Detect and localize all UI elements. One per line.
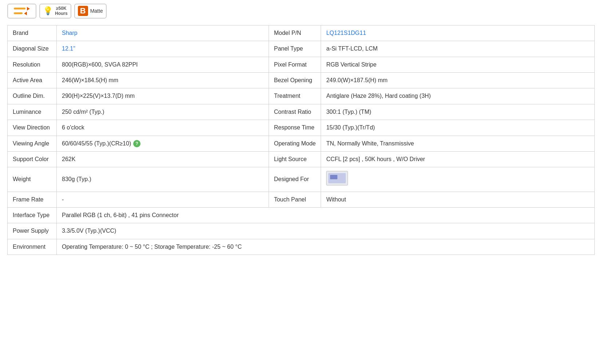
- spec-value[interactable]: Sharp: [57, 25, 269, 41]
- spec-label: View Direction: [8, 120, 57, 136]
- spec-link[interactable]: LQ121S1DG11: [326, 30, 366, 36]
- badge-matte: B Matte: [74, 4, 107, 19]
- spec-value[interactable]: 12.1": [57, 41, 269, 57]
- spec-label: Operating Mode: [269, 136, 321, 151]
- spec-table: BrandSharpModel P/NLQ121S1DG11Diagonal S…: [7, 25, 595, 255]
- spec-link[interactable]: 12.1": [62, 45, 75, 52]
- arrow-right-icon: [27, 7, 30, 11]
- hours-label: ≥50K Hours: [55, 6, 68, 16]
- spec-label: Contrast Ratio: [269, 104, 321, 120]
- spec-value: 6 o'clock: [57, 120, 269, 136]
- spec-label: Resolution: [8, 57, 57, 72]
- spec-value: 246(W)×184.5(H) mm: [57, 72, 269, 88]
- spec-value: 300:1 (Typ.) (TM): [321, 104, 595, 120]
- b-letter-icon: B: [78, 6, 88, 16]
- spec-link[interactable]: Sharp: [62, 30, 78, 36]
- help-icon[interactable]: ?: [133, 140, 140, 147]
- spec-value: 800(RGB)×600, SVGA 82PPI: [57, 57, 269, 72]
- spec-value: Operating Temperature: 0 ~ 50 °C ; Stora…: [57, 239, 595, 255]
- spec-label: Frame Rate: [8, 192, 57, 207]
- spec-value: Without: [321, 192, 595, 207]
- spec-value: CCFL [2 pcs] , 50K hours , W/O Driver: [321, 151, 595, 167]
- spec-value[interactable]: LQ121S1DG11: [321, 25, 595, 41]
- spec-value: 3.3/5.0V (Typ.)(VCC): [57, 223, 595, 239]
- spec-label: Environment: [8, 239, 57, 255]
- spec-label: Response Time: [269, 120, 321, 136]
- spec-label: Weight: [8, 167, 57, 192]
- badge-bar: 💡 ≥50K Hours B Matte: [7, 4, 595, 19]
- spec-label: Power Supply: [8, 223, 57, 239]
- line-bottom: [14, 12, 23, 14]
- spec-label: Support Color: [8, 151, 57, 167]
- spec-label: Pixel Format: [269, 57, 321, 72]
- spec-label: Luminance: [8, 104, 57, 120]
- badge-lines-arrows: [7, 4, 36, 19]
- spec-label: Designed For: [269, 167, 321, 192]
- spec-value: 262K: [57, 151, 269, 167]
- spec-label: Bezel Opening: [269, 72, 321, 88]
- bulb-icon: 💡: [43, 6, 53, 16]
- spec-value: RGB Vertical Stripe: [321, 57, 595, 72]
- spec-label: Active Area: [8, 72, 57, 88]
- spec-label: Brand: [8, 25, 57, 41]
- spec-value: TN, Normally White, Transmissive: [321, 136, 595, 151]
- spec-value: 249.0(W)×187.5(H) mm: [321, 72, 595, 88]
- spec-label: Outline Dim.: [8, 88, 57, 104]
- badge-bulb-hours: 💡 ≥50K Hours: [39, 4, 71, 19]
- designed-for-image: [326, 171, 348, 185]
- spec-value: 830g (Typ.): [57, 167, 269, 192]
- spec-label: Model P/N: [269, 25, 321, 41]
- spec-value: [321, 167, 595, 192]
- spec-label: Panel Type: [269, 41, 321, 57]
- spec-label: Viewing Angle: [8, 136, 57, 151]
- spec-value: 250 cd/m² (Typ.): [57, 104, 269, 120]
- spec-label: Interface Type: [8, 208, 57, 223]
- spec-value: 15/30 (Typ.)(Tr/Td): [321, 120, 595, 136]
- badge-lines-icon: [14, 7, 30, 15]
- spec-value: Parallel RGB (1 ch, 6-bit) , 41 pins Con…: [57, 208, 595, 223]
- line-top: [14, 8, 25, 9]
- spec-label: Light Source: [269, 151, 321, 167]
- arrow-left-icon: [24, 12, 27, 15]
- spec-value: -: [57, 192, 269, 207]
- matte-label: Matte: [90, 8, 103, 14]
- spec-label: Touch Panel: [269, 192, 321, 207]
- spec-value: 290(H)×225(V)×13.7(D) mm: [57, 88, 269, 104]
- spec-label: Treatment: [269, 88, 321, 104]
- spec-value: Antiglare (Haze 28%), Hard coating (3H): [321, 88, 595, 104]
- spec-label: Diagonal Size: [8, 41, 57, 57]
- spec-value: a-Si TFT-LCD, LCM: [321, 41, 595, 57]
- spec-value: 60/60/45/55 (Typ.)(CR≥10)?: [57, 136, 269, 151]
